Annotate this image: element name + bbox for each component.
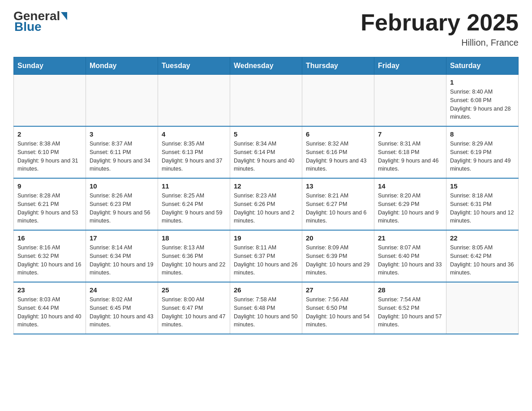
day-info: Sunrise: 8:11 AM Sunset: 6:37 PM Dayligh… (234, 244, 298, 277)
day-info: Sunrise: 8:18 AM Sunset: 6:31 PM Dayligh… (450, 192, 515, 225)
day-number: 16 (17, 234, 82, 242)
calendar-week-row: 9Sunrise: 8:28 AM Sunset: 6:21 PM Daylig… (14, 178, 519, 230)
day-of-week-header: Saturday (446, 57, 518, 75)
day-info: Sunrise: 8:40 AM Sunset: 6:08 PM Dayligh… (450, 88, 515, 121)
day-info: Sunrise: 7:56 AM Sunset: 6:50 PM Dayligh… (306, 295, 370, 329)
day-number: 7 (378, 130, 442, 138)
calendar-cell: 20Sunrise: 8:09 AM Sunset: 6:39 PM Dayli… (302, 230, 374, 282)
day-info: Sunrise: 8:23 AM Sunset: 6:26 PM Dayligh… (234, 192, 298, 225)
calendar-cell: 22Sunrise: 8:05 AM Sunset: 6:42 PM Dayli… (446, 230, 518, 282)
day-info: Sunrise: 8:05 AM Sunset: 6:42 PM Dayligh… (450, 244, 515, 277)
day-info: Sunrise: 8:31 AM Sunset: 6:18 PM Dayligh… (378, 140, 442, 173)
day-number: 1 (450, 78, 515, 86)
day-number: 17 (90, 234, 154, 242)
logo-blue-text: Blue (14, 20, 42, 34)
calendar-week-row: 23Sunrise: 8:03 AM Sunset: 6:44 PM Dayli… (14, 282, 519, 334)
calendar-cell: 5Sunrise: 8:34 AM Sunset: 6:14 PM Daylig… (230, 126, 302, 178)
day-number: 6 (306, 130, 370, 138)
calendar-cell: 6Sunrise: 8:32 AM Sunset: 6:16 PM Daylig… (302, 126, 374, 178)
calendar-cell (302, 75, 374, 127)
day-number: 20 (306, 234, 370, 242)
month-title: February 2025 (360, 9, 519, 36)
calendar-week-row: 1Sunrise: 8:40 AM Sunset: 6:08 PM Daylig… (14, 75, 519, 127)
calendar-cell: 8Sunrise: 8:29 AM Sunset: 6:19 PM Daylig… (446, 126, 518, 178)
day-of-week-header: Friday (374, 57, 446, 75)
day-number: 21 (378, 234, 442, 242)
day-info: Sunrise: 8:14 AM Sunset: 6:34 PM Dayligh… (90, 244, 154, 277)
location-label: Hillion, France (360, 38, 519, 48)
day-number: 27 (306, 286, 370, 294)
calendar-cell: 11Sunrise: 8:25 AM Sunset: 6:24 PM Dayli… (158, 178, 230, 230)
day-of-week-header: Sunday (14, 57, 86, 75)
day-info: Sunrise: 8:34 AM Sunset: 6:14 PM Dayligh… (234, 140, 298, 173)
logo: General Blue (13, 9, 68, 34)
calendar-cell: 7Sunrise: 8:31 AM Sunset: 6:18 PM Daylig… (374, 126, 446, 178)
calendar-cell (86, 75, 158, 127)
day-info: Sunrise: 8:35 AM Sunset: 6:13 PM Dayligh… (162, 140, 226, 173)
calendar-cell: 3Sunrise: 8:37 AM Sunset: 6:11 PM Daylig… (86, 126, 158, 178)
day-number: 28 (378, 286, 442, 294)
calendar-cell: 10Sunrise: 8:26 AM Sunset: 6:23 PM Dayli… (86, 178, 158, 230)
day-number: 22 (450, 234, 515, 242)
day-info: Sunrise: 8:37 AM Sunset: 6:11 PM Dayligh… (90, 140, 154, 173)
calendar-cell: 19Sunrise: 8:11 AM Sunset: 6:37 PM Dayli… (230, 230, 302, 282)
calendar-cell: 13Sunrise: 8:21 AM Sunset: 6:27 PM Dayli… (302, 178, 374, 230)
day-number: 14 (378, 182, 442, 190)
day-number: 4 (162, 130, 226, 138)
calendar-header: SundayMondayTuesdayWednesdayThursdayFrid… (14, 57, 519, 75)
day-info: Sunrise: 8:03 AM Sunset: 6:44 PM Dayligh… (17, 295, 82, 329)
calendar-cell (230, 75, 302, 127)
day-info: Sunrise: 8:21 AM Sunset: 6:27 PM Dayligh… (306, 192, 370, 225)
calendar-cell (14, 75, 86, 127)
calendar-cell: 25Sunrise: 8:00 AM Sunset: 6:47 PM Dayli… (158, 282, 230, 334)
calendar-cell: 26Sunrise: 7:58 AM Sunset: 6:48 PM Dayli… (230, 282, 302, 334)
day-number: 13 (306, 182, 370, 190)
day-number: 11 (162, 182, 226, 190)
day-info: Sunrise: 8:28 AM Sunset: 6:21 PM Dayligh… (17, 192, 82, 225)
calendar-cell: 27Sunrise: 7:56 AM Sunset: 6:50 PM Dayli… (302, 282, 374, 334)
day-of-week-header: Wednesday (230, 57, 302, 75)
calendar-cell (374, 75, 446, 127)
calendar-week-row: 16Sunrise: 8:16 AM Sunset: 6:32 PM Dayli… (14, 230, 519, 282)
day-number: 15 (450, 182, 515, 190)
day-info: Sunrise: 8:09 AM Sunset: 6:39 PM Dayligh… (306, 244, 370, 277)
calendar-week-row: 2Sunrise: 8:38 AM Sunset: 6:10 PM Daylig… (14, 126, 519, 178)
calendar-cell: 24Sunrise: 8:02 AM Sunset: 6:45 PM Dayli… (86, 282, 158, 334)
day-number: 10 (90, 182, 154, 190)
day-info: Sunrise: 8:26 AM Sunset: 6:23 PM Dayligh… (90, 192, 154, 225)
logo-arrow-icon (61, 12, 67, 20)
day-info: Sunrise: 8:32 AM Sunset: 6:16 PM Dayligh… (306, 140, 370, 173)
calendar-cell: 23Sunrise: 8:03 AM Sunset: 6:44 PM Dayli… (14, 282, 86, 334)
calendar-cell: 12Sunrise: 8:23 AM Sunset: 6:26 PM Dayli… (230, 178, 302, 230)
day-info: Sunrise: 8:38 AM Sunset: 6:10 PM Dayligh… (17, 140, 82, 173)
day-number: 9 (17, 182, 82, 190)
day-number: 24 (90, 286, 154, 294)
calendar-cell: 2Sunrise: 8:38 AM Sunset: 6:10 PM Daylig… (14, 126, 86, 178)
day-number: 26 (234, 286, 298, 294)
day-info: Sunrise: 7:58 AM Sunset: 6:48 PM Dayligh… (234, 295, 298, 329)
calendar-cell: 17Sunrise: 8:14 AM Sunset: 6:34 PM Dayli… (86, 230, 158, 282)
calendar-cell: 14Sunrise: 8:20 AM Sunset: 6:29 PM Dayli… (374, 178, 446, 230)
day-info: Sunrise: 8:25 AM Sunset: 6:24 PM Dayligh… (162, 192, 226, 225)
day-number: 23 (17, 286, 82, 294)
day-info: Sunrise: 8:00 AM Sunset: 6:47 PM Dayligh… (162, 295, 226, 329)
day-number: 2 (17, 130, 82, 138)
day-info: Sunrise: 8:02 AM Sunset: 6:45 PM Dayligh… (90, 295, 154, 329)
day-number: 19 (234, 234, 298, 242)
calendar-cell (158, 75, 230, 127)
calendar-cell: 16Sunrise: 8:16 AM Sunset: 6:32 PM Dayli… (14, 230, 86, 282)
day-number: 18 (162, 234, 226, 242)
day-number: 12 (234, 182, 298, 190)
day-info: Sunrise: 8:29 AM Sunset: 6:19 PM Dayligh… (450, 140, 515, 173)
calendar-cell (446, 282, 518, 334)
day-number: 8 (450, 130, 515, 138)
calendar-cell: 1Sunrise: 8:40 AM Sunset: 6:08 PM Daylig… (446, 75, 518, 127)
page-header: General Blue February 2025 Hillion, Fran… (13, 9, 519, 48)
day-number: 3 (90, 130, 154, 138)
calendar-body: 1Sunrise: 8:40 AM Sunset: 6:08 PM Daylig… (14, 75, 519, 334)
calendar-cell: 28Sunrise: 7:54 AM Sunset: 6:52 PM Dayli… (374, 282, 446, 334)
day-info: Sunrise: 7:54 AM Sunset: 6:52 PM Dayligh… (378, 295, 442, 329)
day-number: 5 (234, 130, 298, 138)
calendar-table: SundayMondayTuesdayWednesdayThursdayFrid… (13, 57, 519, 334)
day-info: Sunrise: 8:20 AM Sunset: 6:29 PM Dayligh… (378, 192, 442, 225)
